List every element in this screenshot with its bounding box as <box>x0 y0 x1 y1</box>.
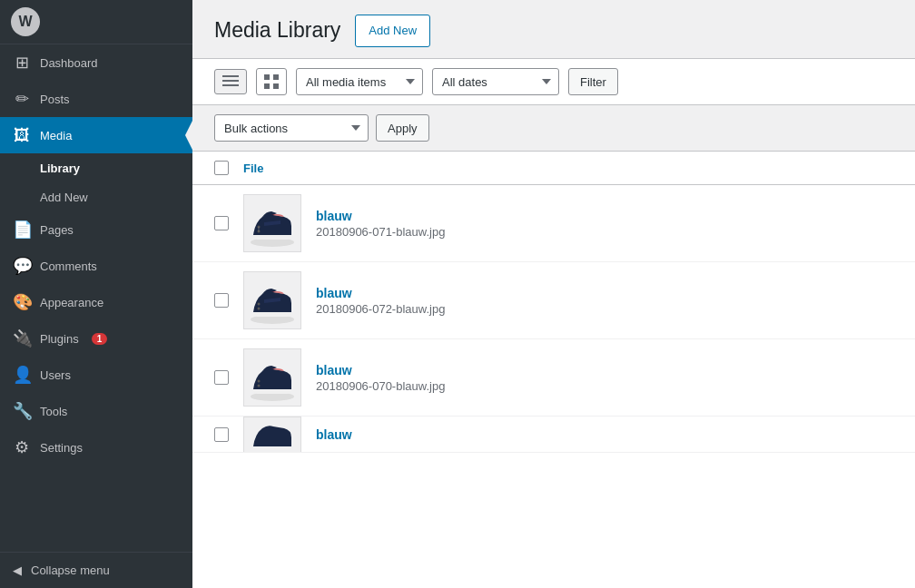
list-view-button[interactable] <box>214 69 247 94</box>
shoe-image-1 <box>246 197 299 250</box>
add-new-button[interactable]: Add New <box>355 15 430 47</box>
wp-logo-icon: W <box>11 7 40 36</box>
shoe-image-3 <box>246 351 299 404</box>
sidebar-item-label: Comments <box>40 260 97 273</box>
table-row: blauw 20180906-070-blauw.jpg <box>192 339 915 416</box>
sidebar-item-label: Pages <box>40 223 74 237</box>
media-thumbnail-4 <box>243 416 301 453</box>
svg-rect-6 <box>273 83 279 89</box>
select-all-checkbox[interactable] <box>214 161 229 175</box>
sidebar-item-label: Plugins <box>40 332 79 346</box>
comments-icon: 💬 <box>13 256 31 276</box>
media-filename-3: 20180906-070-blauw.jpg <box>316 379 445 393</box>
media-filename-2: 20180906-072-blauw.jpg <box>316 302 445 316</box>
svg-rect-5 <box>264 83 270 89</box>
media-filename-1: 20180906-071-blauw.jpg <box>316 225 445 239</box>
media-thumbnail-3 <box>243 348 301 407</box>
apply-button[interactable]: Apply <box>376 114 429 142</box>
page-header: Media Library Add New <box>192 0 915 58</box>
main-content: Media Library Add New All media items Im… <box>192 0 915 588</box>
sidebar-item-label: Appearance <box>40 296 103 309</box>
bulk-actions-bar: Bulk actions Delete Permanently Apply <box>192 105 915 151</box>
media-info-4: blauw <box>316 427 352 442</box>
sidebar-item-label: Tools <box>40 405 67 418</box>
wp-logo-area: W <box>0 0 192 44</box>
sidebar-item-dashboard[interactable]: ⊞ Dashboard <box>0 44 192 81</box>
sidebar-item-label: Posts <box>40 93 70 106</box>
media-name-2[interactable]: blauw <box>316 286 445 300</box>
users-icon: 👤 <box>13 365 31 385</box>
sidebar-item-label: Media <box>40 129 72 142</box>
media-list-header: File <box>192 152 915 185</box>
media-name-3[interactable]: blauw <box>316 363 445 377</box>
svg-point-15 <box>258 385 261 387</box>
svg-rect-3 <box>264 74 270 80</box>
sidebar-item-settings[interactable]: ⚙ Settings <box>0 429 192 466</box>
row-checkbox-4[interactable] <box>214 427 229 442</box>
shoe-image-4 <box>246 416 299 453</box>
list-view-icon <box>222 75 239 88</box>
sidebar-item-label: Users <box>40 368 71 382</box>
pages-icon: 📄 <box>13 220 31 240</box>
plugins-icon: 🔌 <box>13 328 31 348</box>
sidebar-item-media[interactable]: 🖼 Media <box>0 117 192 153</box>
table-row: blauw 20180906-072-blauw.jpg <box>192 262 915 339</box>
library-label: Library <box>40 162 80 175</box>
grid-view-icon <box>264 74 279 89</box>
bulk-actions-select[interactable]: Bulk actions Delete Permanently <box>214 114 369 142</box>
media-toolbar: All media items Images Audio Video All d… <box>192 58 915 105</box>
settings-icon: ⚙ <box>13 437 31 457</box>
collapse-icon: ◀ <box>13 564 22 577</box>
page-title: Media Library <box>214 17 340 44</box>
svg-point-16 <box>258 380 261 383</box>
svg-rect-2 <box>222 84 239 86</box>
media-icon: 🖼 <box>13 126 31 145</box>
posts-icon: ✏ <box>13 89 31 109</box>
media-name-4[interactable]: blauw <box>316 427 352 442</box>
media-thumbnail-1 <box>243 194 301 252</box>
row-checkbox-2[interactable] <box>214 293 229 308</box>
sidebar-item-label: Dashboard <box>40 56 98 70</box>
collapse-label: Collapse menu <box>31 564 110 577</box>
sidebar-item-appearance[interactable]: 🎨 Appearance <box>0 284 192 320</box>
plugins-badge: 1 <box>92 333 108 345</box>
table-row: blauw <box>192 416 915 453</box>
svg-rect-4 <box>273 74 279 80</box>
sidebar-item-plugins[interactable]: 🔌 Plugins 1 <box>0 320 192 357</box>
sidebar-item-users[interactable]: 👤 Users <box>0 357 192 393</box>
sidebar-item-label: Settings <box>40 441 83 455</box>
file-column-header: File <box>243 162 263 175</box>
add-new-label: Add New <box>40 191 88 204</box>
dashboard-icon: ⊞ <box>13 53 31 73</box>
sidebar-sub-item-library[interactable]: Library <box>0 153 192 182</box>
sidebar-item-posts[interactable]: ✏ Posts <box>0 81 192 117</box>
media-info-3: blauw 20180906-070-blauw.jpg <box>316 363 445 393</box>
sidebar: W ⊞ Dashboard ✏ Posts 🖼 Media Library Ad… <box>0 0 192 588</box>
grid-view-button[interactable] <box>256 68 287 95</box>
table-row: blauw 20180906-071-blauw.jpg <box>192 185 915 262</box>
date-filter[interactable]: All dates 2018 <box>432 68 559 95</box>
media-name-1[interactable]: blauw <box>316 209 445 223</box>
svg-rect-1 <box>222 80 239 82</box>
sidebar-item-tools[interactable]: 🔧 Tools <box>0 393 192 429</box>
filter-button[interactable]: Filter <box>568 68 618 95</box>
shoe-image-2 <box>246 274 299 327</box>
sidebar-item-pages[interactable]: 📄 Pages <box>0 211 192 248</box>
collapse-menu-button[interactable]: ◀ Collapse menu <box>0 552 192 588</box>
row-checkbox-3[interactable] <box>214 370 229 385</box>
appearance-icon: 🎨 <box>13 292 31 312</box>
svg-rect-0 <box>222 75 239 77</box>
tools-icon: 🔧 <box>13 401 31 421</box>
active-arrow <box>185 121 192 150</box>
media-list: File blauw 20180906-071 <box>192 151 915 588</box>
row-checkbox-1[interactable] <box>214 216 229 230</box>
sidebar-item-comments[interactable]: 💬 Comments <box>0 248 192 284</box>
media-type-filter[interactable]: All media items Images Audio Video <box>296 68 423 95</box>
svg-point-12 <box>258 308 261 310</box>
media-thumbnail-2 <box>243 271 301 329</box>
svg-point-13 <box>258 303 261 306</box>
media-info-1: blauw 20180906-071-blauw.jpg <box>316 209 445 239</box>
media-info-2: blauw 20180906-072-blauw.jpg <box>316 286 445 316</box>
sidebar-sub-item-add-new[interactable]: Add New <box>0 182 192 211</box>
